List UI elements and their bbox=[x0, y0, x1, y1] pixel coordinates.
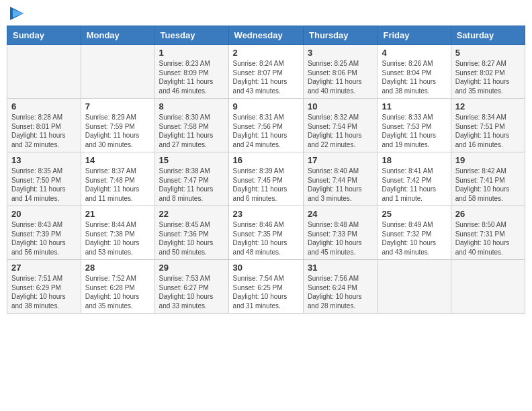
cell-info: Sunrise: 8:48 AMSunset: 7:33 PMDaylight:… bbox=[308, 220, 373, 257]
calendar-cell: 27Sunrise: 7:51 AMSunset: 6:29 PMDayligh… bbox=[7, 260, 81, 314]
cell-info: Sunrise: 8:33 AMSunset: 7:53 PMDaylight:… bbox=[382, 113, 446, 149]
cell-info: Sunrise: 7:53 AMSunset: 6:27 PMDaylight:… bbox=[159, 274, 224, 310]
day-number: 25 bbox=[382, 209, 446, 219]
calendar-cell: 2Sunrise: 8:24 AMSunset: 8:07 PMDaylight… bbox=[228, 45, 303, 99]
calendar-cell: 23Sunrise: 8:46 AMSunset: 7:35 PMDayligh… bbox=[228, 206, 303, 260]
day-number: 6 bbox=[11, 101, 77, 111]
day-number: 14 bbox=[85, 155, 150, 165]
calendar-cell bbox=[378, 260, 451, 314]
logo bbox=[9, 7, 24, 20]
cell-info: Sunrise: 8:46 AMSunset: 7:35 PMDaylight:… bbox=[233, 220, 299, 257]
weekday-header-tuesday: Tuesday bbox=[154, 26, 228, 45]
weekday-header-monday: Monday bbox=[81, 26, 154, 45]
calendar-cell: 28Sunrise: 7:52 AMSunset: 6:28 PMDayligh… bbox=[81, 260, 154, 314]
svg-marker-1 bbox=[13, 9, 24, 17]
day-number: 15 bbox=[159, 155, 224, 165]
calendar-cell: 11Sunrise: 8:33 AMSunset: 7:53 PMDayligh… bbox=[378, 99, 451, 152]
cell-info: Sunrise: 7:54 AMSunset: 6:25 PMDaylight:… bbox=[233, 274, 299, 310]
day-number: 28 bbox=[85, 263, 150, 273]
day-number: 11 bbox=[382, 101, 446, 111]
day-number: 5 bbox=[455, 48, 521, 58]
day-number: 20 bbox=[11, 209, 77, 219]
cell-info: Sunrise: 8:27 AMSunset: 8:02 PMDaylight:… bbox=[455, 59, 521, 95]
header bbox=[7, 7, 525, 20]
day-number: 13 bbox=[11, 155, 77, 165]
day-number: 29 bbox=[159, 263, 224, 273]
day-number: 18 bbox=[382, 155, 446, 165]
logo-icon bbox=[10, 7, 24, 20]
day-number: 2 bbox=[233, 48, 299, 58]
calendar-cell: 5Sunrise: 8:27 AMSunset: 8:02 PMDaylight… bbox=[451, 45, 525, 99]
calendar-table: SundayMondayTuesdayWednesdayThursdayFrid… bbox=[7, 26, 525, 314]
day-number: 16 bbox=[233, 155, 299, 165]
calendar-cell bbox=[7, 45, 81, 99]
weekday-header-row: SundayMondayTuesdayWednesdayThursdayFrid… bbox=[7, 26, 525, 45]
cell-info: Sunrise: 8:25 AMSunset: 8:06 PMDaylight:… bbox=[308, 59, 373, 95]
calendar-cell: 18Sunrise: 8:41 AMSunset: 7:42 PMDayligh… bbox=[378, 152, 451, 206]
cell-info: Sunrise: 8:49 AMSunset: 7:32 PMDaylight:… bbox=[382, 220, 446, 257]
calendar-cell: 1Sunrise: 8:23 AMSunset: 8:09 PMDaylight… bbox=[154, 45, 228, 99]
calendar-cell: 6Sunrise: 8:28 AMSunset: 8:01 PMDaylight… bbox=[7, 99, 81, 152]
calendar-cell: 25Sunrise: 8:49 AMSunset: 7:32 PMDayligh… bbox=[378, 206, 451, 260]
calendar-cell: 4Sunrise: 8:26 AMSunset: 8:04 PMDaylight… bbox=[378, 45, 451, 99]
day-number: 27 bbox=[11, 263, 77, 273]
cell-info: Sunrise: 8:38 AMSunset: 7:47 PMDaylight:… bbox=[159, 167, 224, 203]
day-number: 3 bbox=[308, 48, 373, 58]
calendar-cell: 10Sunrise: 8:32 AMSunset: 7:54 PMDayligh… bbox=[304, 99, 378, 152]
cell-info: Sunrise: 8:42 AMSunset: 7:41 PMDaylight:… bbox=[455, 167, 521, 203]
calendar-cell: 30Sunrise: 7:54 AMSunset: 6:25 PMDayligh… bbox=[228, 260, 303, 314]
day-number: 1 bbox=[159, 48, 224, 58]
calendar-cell: 20Sunrise: 8:43 AMSunset: 7:39 PMDayligh… bbox=[7, 206, 81, 260]
calendar-cell: 3Sunrise: 8:25 AMSunset: 8:06 PMDaylight… bbox=[304, 45, 378, 99]
cell-info: Sunrise: 8:43 AMSunset: 7:39 PMDaylight:… bbox=[11, 220, 77, 257]
day-number: 23 bbox=[233, 209, 299, 219]
day-number: 10 bbox=[308, 101, 373, 111]
cell-info: Sunrise: 8:24 AMSunset: 8:07 PMDaylight:… bbox=[233, 59, 299, 95]
day-number: 26 bbox=[455, 209, 521, 219]
day-number: 4 bbox=[382, 48, 446, 58]
calendar-week-row: 20Sunrise: 8:43 AMSunset: 7:39 PMDayligh… bbox=[7, 206, 525, 260]
weekday-header-wednesday: Wednesday bbox=[228, 26, 303, 45]
calendar-cell: 8Sunrise: 8:30 AMSunset: 7:58 PMDaylight… bbox=[154, 99, 228, 152]
cell-info: Sunrise: 8:30 AMSunset: 7:58 PMDaylight:… bbox=[159, 113, 224, 149]
cell-info: Sunrise: 7:51 AMSunset: 6:29 PMDaylight:… bbox=[11, 274, 77, 310]
cell-info: Sunrise: 8:29 AMSunset: 7:59 PMDaylight:… bbox=[85, 113, 150, 149]
calendar-cell: 13Sunrise: 8:35 AMSunset: 7:50 PMDayligh… bbox=[7, 152, 81, 206]
day-number: 7 bbox=[85, 101, 150, 111]
calendar-cell: 16Sunrise: 8:39 AMSunset: 7:45 PMDayligh… bbox=[228, 152, 303, 206]
calendar-cell: 14Sunrise: 8:37 AMSunset: 7:48 PMDayligh… bbox=[81, 152, 154, 206]
cell-info: Sunrise: 8:28 AMSunset: 8:01 PMDaylight:… bbox=[11, 113, 77, 149]
weekday-header-friday: Friday bbox=[378, 26, 451, 45]
cell-info: Sunrise: 8:45 AMSunset: 7:36 PMDaylight:… bbox=[159, 220, 224, 257]
day-number: 31 bbox=[308, 263, 373, 273]
cell-info: Sunrise: 8:26 AMSunset: 8:04 PMDaylight:… bbox=[382, 59, 446, 95]
cell-info: Sunrise: 8:32 AMSunset: 7:54 PMDaylight:… bbox=[308, 113, 373, 149]
cell-info: Sunrise: 8:50 AMSunset: 7:31 PMDaylight:… bbox=[455, 220, 521, 257]
cell-info: Sunrise: 8:44 AMSunset: 7:38 PMDaylight:… bbox=[85, 220, 150, 257]
calendar-week-row: 13Sunrise: 8:35 AMSunset: 7:50 PMDayligh… bbox=[7, 152, 525, 206]
cell-info: Sunrise: 8:34 AMSunset: 7:51 PMDaylight:… bbox=[455, 113, 521, 149]
cell-info: Sunrise: 8:31 AMSunset: 7:56 PMDaylight:… bbox=[233, 113, 299, 149]
cell-info: Sunrise: 8:40 AMSunset: 7:44 PMDaylight:… bbox=[308, 167, 373, 203]
calendar-cell bbox=[451, 260, 525, 314]
calendar-cell: 31Sunrise: 7:56 AMSunset: 6:24 PMDayligh… bbox=[304, 260, 378, 314]
calendar-cell: 7Sunrise: 8:29 AMSunset: 7:59 PMDaylight… bbox=[81, 99, 154, 152]
cell-info: Sunrise: 7:52 AMSunset: 6:28 PMDaylight:… bbox=[85, 274, 150, 310]
day-number: 17 bbox=[308, 155, 373, 165]
cell-info: Sunrise: 7:56 AMSunset: 6:24 PMDaylight:… bbox=[308, 274, 373, 310]
calendar-cell: 12Sunrise: 8:34 AMSunset: 7:51 PMDayligh… bbox=[451, 99, 525, 152]
day-number: 21 bbox=[85, 209, 150, 219]
calendar-week-row: 6Sunrise: 8:28 AMSunset: 8:01 PMDaylight… bbox=[7, 99, 525, 152]
calendar-cell: 21Sunrise: 8:44 AMSunset: 7:38 PMDayligh… bbox=[81, 206, 154, 260]
day-number: 19 bbox=[455, 155, 521, 165]
calendar-cell: 9Sunrise: 8:31 AMSunset: 7:56 PMDaylight… bbox=[228, 99, 303, 152]
weekday-header-thursday: Thursday bbox=[304, 26, 378, 45]
day-number: 22 bbox=[159, 209, 224, 219]
day-number: 12 bbox=[455, 101, 521, 111]
weekday-header-saturday: Saturday bbox=[451, 26, 525, 45]
calendar-cell: 17Sunrise: 8:40 AMSunset: 7:44 PMDayligh… bbox=[304, 152, 378, 206]
cell-info: Sunrise: 8:23 AMSunset: 8:09 PMDaylight:… bbox=[159, 59, 224, 95]
cell-info: Sunrise: 8:39 AMSunset: 7:45 PMDaylight:… bbox=[233, 167, 299, 203]
calendar-week-row: 1Sunrise: 8:23 AMSunset: 8:09 PMDaylight… bbox=[7, 45, 525, 99]
day-number: 30 bbox=[233, 263, 299, 273]
